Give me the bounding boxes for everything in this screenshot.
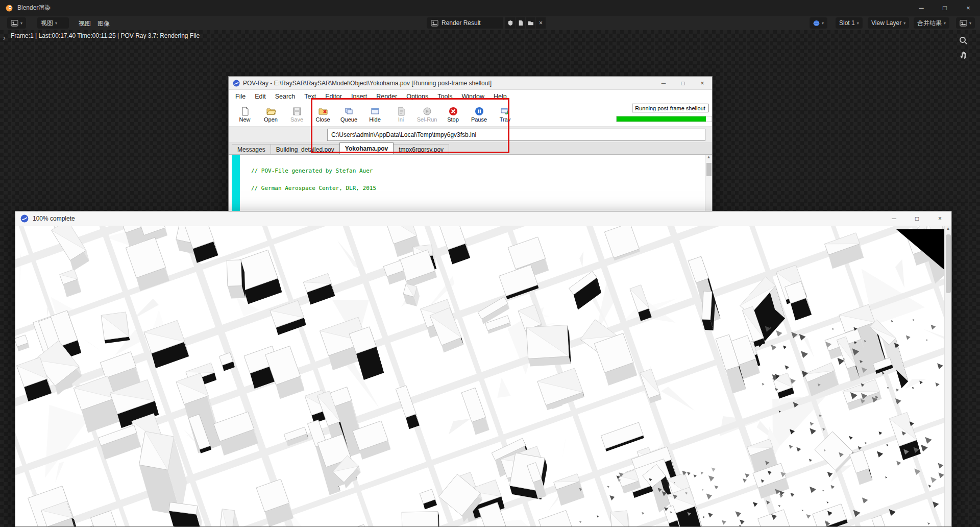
- unlink-image-button[interactable]: ×: [536, 17, 546, 29]
- render-status-text: Frame:1 | Last:00:17.40 Time:00:11.25 | …: [11, 32, 200, 39]
- menu-help[interactable]: Help: [489, 91, 511, 102]
- new-button[interactable]: New: [232, 103, 258, 126]
- pause-button[interactable]: Pause: [466, 103, 492, 126]
- render-result-window: 100% complete ─ □ × ▲: [15, 211, 952, 527]
- tray-icon: [500, 107, 510, 116]
- blender-header: ▾ 视图 ▾ 视图 图像 Render Result × ▾ Slot 1 ▾: [0, 16, 980, 30]
- chevron-down-icon: ▾: [822, 21, 824, 26]
- render-pass-label: 合并结果: [917, 19, 942, 28]
- display-sphere-dropdown[interactable]: ▾: [810, 17, 827, 29]
- ini-path-row: [229, 127, 712, 143]
- stop-icon: [448, 107, 458, 116]
- editor-type-dropdown[interactable]: ▾: [7, 17, 26, 29]
- render-slot-label: Slot 1: [839, 19, 855, 27]
- menu-edit[interactable]: Edit: [250, 91, 271, 102]
- tray-button[interactable]: Tray: [492, 103, 518, 126]
- pause-icon: [474, 107, 484, 116]
- povray-maximize-button[interactable]: □: [673, 77, 693, 90]
- close-button[interactable]: Close: [310, 103, 336, 126]
- menu-text[interactable]: Text: [300, 91, 321, 102]
- sphere-icon: [813, 20, 820, 27]
- menu-tools[interactable]: Tools: [433, 91, 457, 102]
- povray-minimize-button[interactable]: ─: [654, 77, 673, 90]
- tab-building-detailed-pov[interactable]: Building_detailed.pov: [271, 144, 340, 154]
- povray-window-title: POV-Ray - E:\RaySAR\RaySAR\Model\Object\…: [243, 80, 492, 87]
- image-icon: [431, 20, 438, 27]
- tab-yokohama-pov[interactable]: Yokohama.pov: [339, 142, 394, 154]
- chevron-down-icon: ▾: [969, 21, 971, 26]
- fake-user-button[interactable]: [505, 17, 515, 29]
- shellout-status-label: Running post-frame shellout: [632, 104, 708, 112]
- chevron-down-icon: ▾: [903, 21, 905, 26]
- sidebar-expand-arrow[interactable]: ›: [3, 34, 6, 42]
- render-image: [15, 226, 951, 526]
- chevron-down-icon: ▾: [20, 21, 22, 26]
- open-image-button[interactable]: [526, 17, 535, 29]
- menu-options[interactable]: Options: [402, 91, 433, 102]
- open-icon: [266, 107, 276, 116]
- menu-image[interactable]: 图像: [94, 18, 113, 29]
- chevron-down-icon: ▾: [55, 21, 57, 26]
- menu-search[interactable]: Search: [271, 91, 300, 102]
- blender-close-button[interactable]: ×: [957, 0, 980, 16]
- queue-button[interactable]: Queue: [336, 103, 362, 126]
- ini-icon: [396, 107, 406, 116]
- povray-icon: [233, 80, 240, 87]
- shellout-progress-fill: [617, 116, 706, 122]
- code-scrollbar-thumb[interactable]: [706, 163, 712, 176]
- zoom-tool-icon[interactable]: [959, 36, 968, 45]
- render-window-title: 100% complete: [33, 215, 75, 222]
- menu-editor[interactable]: Editor: [321, 91, 347, 102]
- open-button[interactable]: Open: [258, 103, 284, 126]
- blender-minimize-button[interactable]: ─: [910, 0, 933, 16]
- folder-icon: [528, 20, 534, 26]
- image-icon: [960, 20, 967, 27]
- save-icon: [292, 107, 302, 116]
- menu-view[interactable]: 视图: [76, 18, 94, 29]
- povray-render-icon: [20, 214, 29, 223]
- queue-icon: [344, 107, 354, 116]
- ini-path-field[interactable]: [327, 129, 705, 141]
- page-icon: [518, 20, 523, 26]
- povray-menubar: File Edit Search Text Editor Insert Rend…: [229, 90, 712, 103]
- tab-tmp-pov[interactable]: tmpx6rqorsy.pov: [393, 144, 449, 154]
- pan-hand-icon[interactable]: [959, 51, 968, 60]
- povray-close-button[interactable]: ×: [693, 77, 712, 90]
- new-icon: [240, 107, 250, 116]
- view-mode-dropdown[interactable]: 视图 ▾: [37, 17, 69, 29]
- close-file-icon: [318, 107, 328, 116]
- desktop: Blender渲染 ─ □ × ▾ 视图 ▾ 视图 图像 Render Resu…: [0, 0, 980, 527]
- blender-titlebar: Blender渲染 ─ □ ×: [0, 0, 980, 16]
- stop-button[interactable]: Stop: [440, 103, 466, 126]
- render-minimize-button[interactable]: ─: [883, 211, 905, 226]
- datablock-name: Render Result: [442, 19, 481, 27]
- menu-file[interactable]: File: [231, 91, 250, 102]
- shield-icon: [508, 20, 513, 26]
- chevron-down-icon: ▾: [944, 21, 946, 26]
- menu-render[interactable]: Render: [372, 91, 402, 102]
- view-layer-dropdown[interactable]: View Layer ▾: [868, 17, 909, 29]
- blender-maximize-button[interactable]: □: [933, 0, 957, 16]
- render-scrollbar[interactable]: ▲: [944, 226, 951, 526]
- menu-window[interactable]: Window: [457, 91, 488, 102]
- new-image-button[interactable]: [516, 17, 525, 29]
- image-datablock-selector[interactable]: Render Result: [427, 17, 503, 29]
- sel-run-icon: [422, 107, 432, 116]
- render-slot-dropdown[interactable]: Slot 1 ▾: [836, 17, 863, 29]
- menu-insert[interactable]: Insert: [347, 91, 372, 102]
- render-scrollbar-thumb[interactable]: [946, 234, 951, 293]
- image-editor-icon: [11, 20, 18, 27]
- render-close-button[interactable]: ×: [928, 211, 951, 226]
- display-channels-dropdown[interactable]: ▾: [956, 17, 975, 29]
- povray-toolbar: New Open Save Close Queue Hide: [229, 103, 712, 127]
- render-maximize-button[interactable]: □: [905, 211, 928, 226]
- shellout-progress-bar: [616, 116, 712, 122]
- editor-tabs: Messages Building_detailed.pov Yokohama.…: [229, 143, 712, 155]
- save-button: Save: [284, 103, 310, 126]
- view-mode-label: 视图: [41, 19, 53, 28]
- tab-messages[interactable]: Messages: [232, 144, 271, 154]
- hide-button[interactable]: Hide: [362, 103, 388, 126]
- blender-logo-icon: [5, 4, 13, 12]
- chevron-down-icon: ▾: [857, 21, 859, 26]
- render-pass-dropdown[interactable]: 合并结果 ▾: [914, 17, 949, 29]
